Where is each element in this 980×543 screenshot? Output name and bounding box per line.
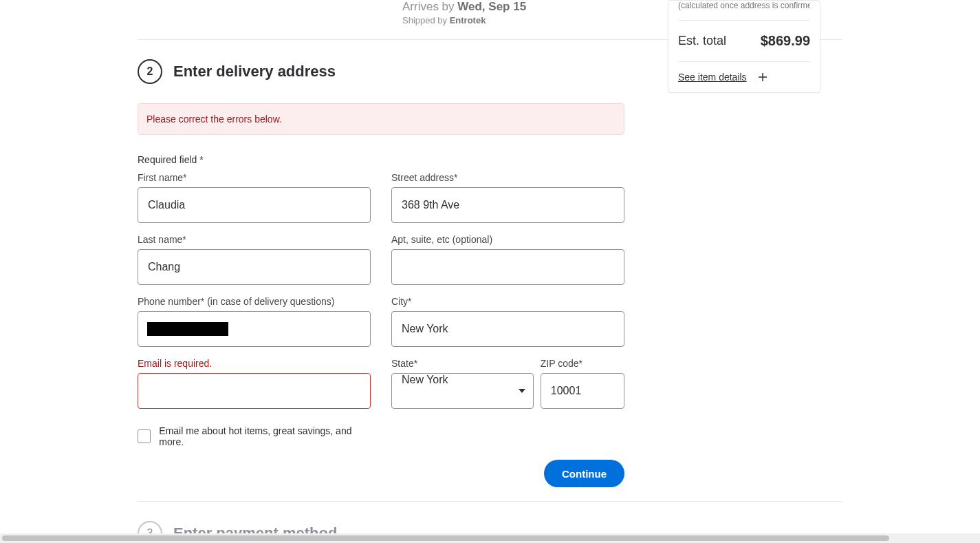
zip-input[interactable] [541, 373, 624, 409]
step-2-number: 2 [138, 59, 162, 84]
email-opt-in-row: Email me about hot items, great savings,… [138, 425, 371, 447]
delivery-address-form: Please correct the errors below. Require… [138, 103, 624, 487]
step-2-title: Enter delivery address [173, 63, 336, 81]
summary-total-row: Est. total $869.99 [678, 21, 810, 62]
street-input[interactable] [391, 187, 624, 223]
plus-icon [758, 72, 767, 82]
city-input[interactable] [391, 311, 624, 347]
phone-label: Phone number* (in case of delivery quest… [138, 296, 371, 307]
arrives-date: Wed, Sep 15 [457, 0, 526, 13]
step-2-section: 2 Enter delivery address Please correct … [138, 40, 842, 501]
street-label: Street address* [391, 172, 624, 183]
order-summary-card: (calculated once address is confirmed) E… [668, 0, 820, 93]
shipped-vendor: Entrotek [450, 15, 486, 25]
apt-label: Apt, suite, etc (optional) [391, 234, 624, 245]
see-item-details-toggle[interactable]: See item details [678, 62, 810, 83]
required-field-note: Required field * [138, 154, 624, 165]
email-opt-in-label: Email me about hot items, great savings,… [159, 425, 371, 447]
first-name-label: First name* [138, 172, 371, 183]
zip-label: ZIP code* [541, 358, 624, 369]
continue-button[interactable]: Continue [544, 460, 624, 487]
city-label: City* [391, 296, 624, 307]
last-name-label: Last name* [138, 234, 371, 245]
last-name-input[interactable] [138, 249, 371, 285]
email-input[interactable] [138, 373, 371, 409]
summary-hint: (calculated once address is confirmed) [678, 1, 810, 21]
est-total-label: Est. total [678, 34, 726, 48]
form-error-banner: Please correct the errors below. [138, 103, 624, 135]
form-right-column: Street address* Apt, suite, etc (optiona… [391, 172, 624, 447]
form-left-column: First name* Last name* Phone number* (in… [138, 172, 371, 447]
see-item-details-label: See item details [678, 72, 747, 83]
phone-redacted-bar [147, 322, 228, 336]
arrives-prefix: Arrives by [402, 0, 457, 13]
email-error-label: Email is required. [138, 358, 371, 369]
email-opt-in-checkbox[interactable] [138, 429, 151, 443]
apt-input[interactable] [391, 249, 624, 285]
est-total-value: $869.99 [761, 33, 810, 49]
state-select[interactable]: New York [391, 373, 534, 409]
scrollbar-thumb[interactable] [2, 535, 889, 541]
horizontal-scrollbar[interactable] [0, 533, 980, 543]
first-name-input[interactable] [138, 187, 371, 223]
shipped-prefix: Shipped by [402, 15, 450, 25]
state-label: State* [391, 358, 534, 369]
